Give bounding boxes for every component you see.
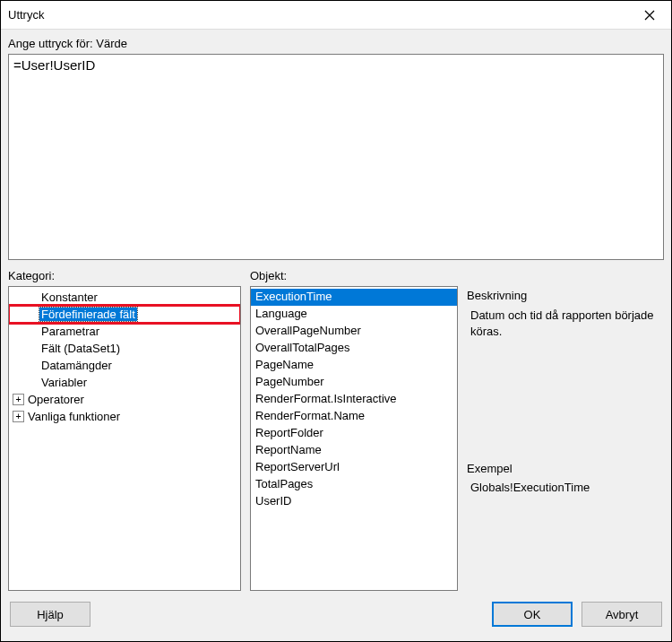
category-item[interactable]: Fält (DataSet1)	[9, 340, 240, 357]
example-group: Exempel Globals!ExecutionTime	[467, 460, 664, 584]
category-item[interactable]: +Vanliga funktioner	[9, 408, 240, 425]
object-item[interactable]: Language	[251, 306, 457, 323]
tree-item-label: Konstanter	[39, 291, 99, 304]
tree-item-label: Datamängder	[39, 359, 114, 372]
tree-item-label: Operatorer	[26, 393, 86, 406]
close-icon	[644, 10, 655, 21]
window-title: Uttryck	[8, 8, 635, 22]
expression-field-label: Ange uttryck för: Värde	[8, 37, 664, 50]
object-item[interactable]: PageNumber	[251, 374, 457, 391]
object-label: Objekt:	[250, 269, 458, 282]
close-button[interactable]	[635, 1, 664, 30]
tree-item-label: Fördefinierade fält	[39, 308, 137, 321]
expression-dialog: Uttryck Ange uttryck för: Värde Kategori…	[0, 0, 672, 642]
dialog-content: Ange uttryck för: Värde Kategori: Konsta…	[1, 30, 671, 596]
object-item[interactable]: RenderFormat.IsInteractive	[251, 391, 457, 408]
object-panel: Objekt: ExecutionTimeLanguageOverallPage…	[250, 269, 458, 591]
category-item[interactable]: Konstanter	[9, 289, 240, 306]
category-item[interactable]: Fördefinierade fält	[9, 306, 240, 323]
category-tree[interactable]: KonstanterFördefinierade fältParametrarF…	[8, 286, 241, 591]
description-group: Beskrivning Datum och tid då rapporten b…	[467, 287, 664, 340]
object-item[interactable]: ReportServerUrl	[251, 459, 457, 476]
expand-icon[interactable]: +	[13, 394, 24, 405]
object-item[interactable]: ReportFolder	[251, 425, 457, 442]
help-button[interactable]: Hjälp	[10, 602, 90, 627]
description-text: Datum och tid då rapporten började köras…	[467, 308, 664, 340]
object-item[interactable]: RenderFormat.Name	[251, 408, 457, 425]
ok-button[interactable]: OK	[492, 602, 573, 627]
expression-input[interactable]	[8, 54, 664, 260]
cancel-button[interactable]: Avbryt	[582, 602, 662, 627]
object-item[interactable]: PageName	[251, 357, 457, 374]
category-panel: Kategori: KonstanterFördefinierade fältP…	[8, 269, 241, 591]
expand-icon[interactable]: +	[13, 411, 24, 422]
category-item[interactable]: Parametrar	[9, 323, 240, 340]
category-item[interactable]: +Operatorer	[9, 391, 240, 408]
dialog-footer: Hjälp OK Avbryt	[1, 596, 671, 641]
example-heading: Exempel	[467, 462, 664, 475]
tree-item-label: Vanliga funktioner	[26, 410, 122, 423]
tree-item-label: Parametrar	[39, 325, 101, 338]
category-item[interactable]: Datamängder	[9, 357, 240, 374]
tree-item-label: Fält (DataSet1)	[39, 342, 122, 355]
object-list[interactable]: ExecutionTimeLanguageOverallPageNumberOv…	[250, 286, 458, 591]
object-item[interactable]: OverallPageNumber	[251, 323, 457, 340]
info-panel: Beskrivning Datum och tid då rapporten b…	[467, 269, 664, 591]
object-item[interactable]: TotalPages	[251, 476, 457, 493]
example-text: Globals!ExecutionTime	[467, 481, 664, 494]
titlebar: Uttryck	[1, 1, 671, 30]
category-item[interactable]: Variabler	[9, 374, 240, 391]
description-heading: Beskrivning	[467, 289, 664, 302]
object-item[interactable]: ExecutionTime	[251, 289, 457, 306]
tree-item-label: Variabler	[39, 376, 89, 389]
object-item[interactable]: OverallTotalPages	[251, 340, 457, 357]
object-item[interactable]: UserID	[251, 493, 457, 510]
category-label: Kategori:	[8, 269, 241, 282]
object-item[interactable]: ReportName	[251, 442, 457, 459]
